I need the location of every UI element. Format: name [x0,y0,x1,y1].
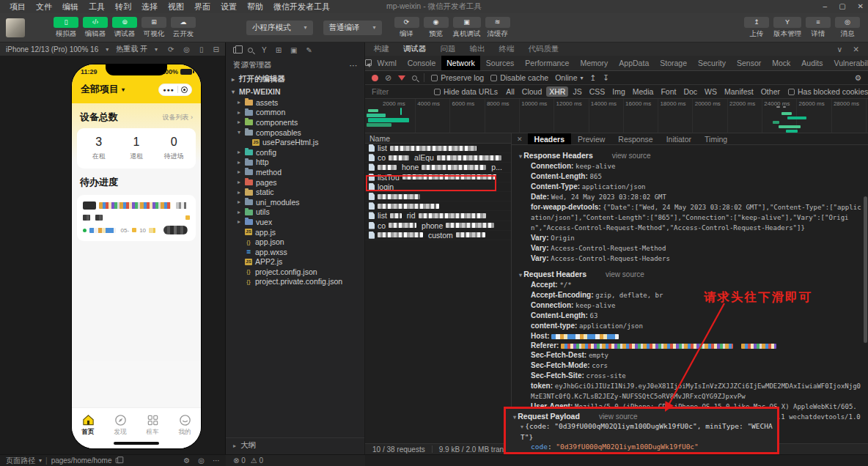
vconsole-icon[interactable]: ⚙ [183,456,190,465]
toolbar-button-bell[interactable]: ◎消息 [835,17,860,39]
toolbar-button-branch[interactable]: Y版本管理 [773,17,801,39]
tree-item[interactable]: {}app.json [226,237,364,247]
tree-item[interactable]: ▸static [226,187,364,197]
hot-reload-toggle[interactable]: 热重载 开 [116,44,147,54]
throttling-select[interactable]: Online▾ [555,73,583,82]
tree-item[interactable]: ▸common [226,108,364,118]
tree-item[interactable]: ▸method [226,167,364,177]
tree-item[interactable]: {}project.private.config.json [226,277,364,287]
request-row[interactable]: coalEqu [365,153,511,163]
filter-pill-xhr[interactable]: XHR [546,86,568,97]
devtools-tab-wxml[interactable]: Wxml [372,56,402,70]
detail-tab-headers[interactable]: Headers [528,133,571,144]
search-icon[interactable] [412,75,417,81]
headers-content[interactable]: ▾ Response Headers view source Connectio… [512,145,868,443]
panel-tab-构建[interactable]: 构建 [374,44,389,54]
panel-tab-问题[interactable]: 问题 [441,44,456,54]
inspect-icon[interactable] [365,59,372,67]
filter-pill-all[interactable]: All [503,86,518,97]
devtools-tab-sources[interactable]: Sources [480,56,520,70]
menu-item[interactable]: 文件 [31,1,57,12]
source-control-icon[interactable]: Y [262,46,267,54]
section-outline[interactable]: ▸ 大纲 [226,437,364,453]
mini-program-title[interactable]: 全部项目 ▾ [81,83,125,96]
view-source-link[interactable]: view source [599,413,638,421]
panel-tab-终端[interactable]: 终端 [499,44,515,54]
compile-select[interactable]: 普通编译 ▾ [323,21,382,35]
hide-data-urls-checkbox[interactable]: Hide data URLs [434,87,498,96]
name-column-header[interactable]: Name [365,133,511,144]
device-list-link[interactable]: 设备列表 › [163,113,194,122]
devtools-tab-memory[interactable]: Memory [575,56,614,70]
section-open-editors[interactable]: ▸ 打开的编辑器 [226,73,364,86]
warnings-count[interactable]: ⚠ 0 [251,456,263,465]
screenshot-icon[interactable]: ◎ [183,45,190,53]
menu-item[interactable]: 编辑 [57,1,84,12]
detach-window-icon[interactable]: ⊟ [213,45,219,53]
import-har-icon[interactable]: ↥ [590,73,597,82]
view-source-link[interactable]: view source [606,270,644,278]
visibility-icon[interactable]: ◎ [198,456,205,465]
filter-pill-other[interactable]: Other [758,86,783,97]
tree-item[interactable]: JSAPP2.js [226,257,364,267]
tree-item[interactable]: ▸vuex [226,217,364,227]
request-row[interactable]: cophone [365,221,511,231]
menu-item[interactable]: 帮助 [242,1,268,12]
tree-item[interactable]: ≣app.wxss [226,247,364,257]
more-icon[interactable]: ⋯ [213,456,220,465]
mode-select[interactable]: 小程序模式 ▾ [246,21,313,35]
tree-item[interactable]: ▸pages [226,177,364,188]
export-har-icon[interactable]: ↧ [603,73,609,82]
tree-item[interactable]: ▸uni_modules [226,197,364,207]
request-row[interactable]: listrid [365,211,511,221]
filter-pill-css[interactable]: CSS [586,86,608,97]
detail-tab-preview[interactable]: Preview [571,133,611,144]
toolbar-button-device[interactable]: ▣真机调试 [453,17,481,39]
request-row[interactable] [365,201,511,211]
filter-icon[interactable] [398,75,405,81]
filter-pill-img[interactable]: Img [609,86,628,97]
network-settings-icon[interactable]: ⚙ [855,73,861,82]
detail-tab-initiator[interactable]: Initiator [660,133,698,144]
request-row[interactable]: listTou [365,173,511,182]
rotate-icon[interactable]: ⟳ [168,45,174,53]
edit-icon[interactable]: ✎ [306,46,312,54]
devtools-tab-network[interactable]: Network [441,56,481,70]
menu-item[interactable]: 工具 [84,1,110,12]
toolbar-button-layers[interactable]: ≋清缓存 [485,17,510,39]
menu-item[interactable]: 转到 [110,1,136,12]
request-payload-section[interactable]: ▾ Request Payload view source ▾ {code: "… [504,407,779,454]
toolbar-button-cloud[interactable]: ☁云开发 [171,17,196,39]
tree-item[interactable]: ▸utils [226,207,364,218]
toolbar-button-code[interactable]: ‹/›编辑器 [83,17,108,39]
has-blocked-cookies-checkbox[interactable]: Has blocked cookies [788,87,868,96]
tree-item[interactable]: JSuseParseHtml.js [226,137,364,147]
todo-action-button[interactable] [163,226,188,234]
panel-tab-输出[interactable]: 输出 [470,44,485,54]
menu-item[interactable]: 视图 [163,1,189,12]
todo-card[interactable]: 05- 10 [77,195,196,241]
disable-cache-checkbox[interactable]: Disable cache [490,73,548,82]
panel-tab-代码质量[interactable]: 代码质量 [529,44,559,54]
device-select[interactable]: iPhone 12/13 (Pro) 100% 16 [6,45,98,53]
request-row[interactable] [365,192,511,201]
device-frame-icon[interactable]: ▯ [199,45,204,53]
section-root[interactable]: ▾ MP-WEIXIN [226,86,364,97]
filter-pill-doc[interactable]: Doc [680,86,700,97]
detail-tab-response[interactable]: Response [611,133,659,144]
request-row[interactable]: custom [365,231,511,240]
tree-item[interactable]: ▸config [226,147,364,158]
filter-pill-manifest[interactable]: Manifest [721,86,757,97]
request-row[interactable]: list [365,144,511,153]
tab-mine[interactable]: 我的 [169,413,201,448]
tree-item[interactable]: ▾composables [226,127,364,138]
toolbar-button-upload[interactable]: ↥上传 [744,17,769,39]
menu-item[interactable]: 设置 [216,1,242,12]
tree-item[interactable]: ▸assets [226,97,364,108]
minimize-button[interactable]: – [823,0,828,13]
scrollbar[interactable] [864,196,867,343]
search-icon[interactable] [248,48,253,53]
filter-pill-js[interactable]: JS [570,86,584,97]
npm-scripts-icon[interactable]: ▣ [290,46,297,54]
devtools-tab-security[interactable]: Security [693,56,732,70]
